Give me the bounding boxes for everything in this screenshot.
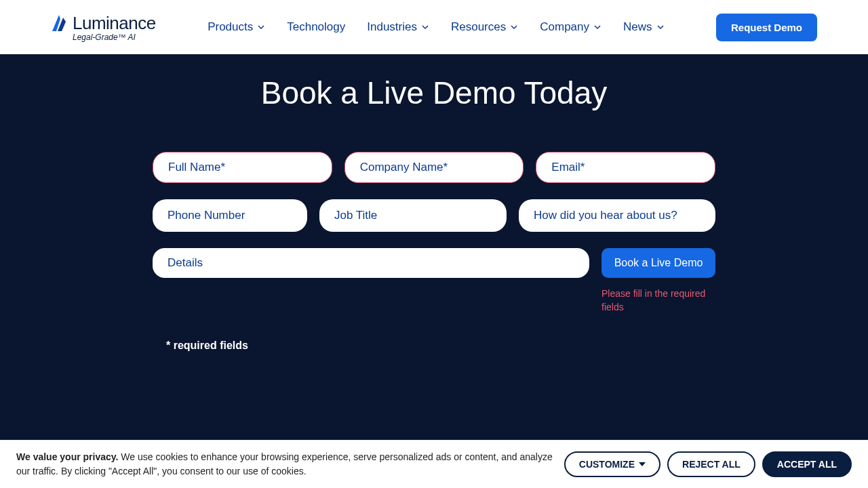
cookie-heading: We value your privacy.	[16, 451, 118, 462]
book-demo-button[interactable]: Book a Live Demo	[601, 248, 715, 278]
brand-tagline: Legal-Grade™ AI	[73, 33, 156, 42]
nav-label: Technology	[287, 20, 345, 34]
logo-icon	[51, 14, 67, 33]
cookie-customize-button[interactable]: CUSTOMIZE	[564, 451, 660, 477]
hear-about-input[interactable]	[519, 199, 715, 232]
nav-label: News	[623, 20, 652, 34]
nav-industries[interactable]: Industries	[367, 20, 429, 34]
triangle-down-icon	[639, 462, 646, 466]
main-section: Book a Live Demo Today Book a Live Demo …	[0, 54, 868, 488]
header: Luminance Legal-Grade™ AI Products Techn…	[0, 0, 868, 54]
cookie-text: We value your privacy. We use cookies to…	[16, 450, 564, 479]
nav-label: Resources	[451, 20, 506, 34]
cookie-accept-button[interactable]: ACCEPT ALL	[762, 451, 852, 477]
cookie-reject-button[interactable]: REJECT ALL	[667, 451, 755, 477]
nav-label: Industries	[367, 20, 417, 34]
company-name-input[interactable]	[344, 152, 524, 183]
nav-technology[interactable]: Technology	[287, 20, 345, 34]
cookie-banner: We value your privacy. We use cookies to…	[0, 440, 868, 488]
nav-label: Company	[540, 20, 589, 34]
brand-name: Luminance	[73, 13, 156, 34]
full-name-input[interactable]	[153, 152, 332, 183]
cookie-customize-label: CUSTOMIZE	[579, 459, 635, 470]
nav-company[interactable]: Company	[540, 20, 601, 34]
chevron-down-icon	[257, 23, 265, 31]
main-nav: Products Technology Industries Resources…	[208, 20, 664, 34]
form-error-message: Please fill in the required fields	[601, 287, 715, 314]
nav-resources[interactable]: Resources	[451, 20, 518, 34]
chevron-down-icon	[510, 23, 518, 31]
demo-form: Book a Live Demo Please fill in the requ…	[153, 152, 715, 352]
request-demo-button[interactable]: Request Demo	[716, 14, 817, 41]
details-input[interactable]	[153, 248, 589, 278]
nav-news[interactable]: News	[623, 20, 665, 34]
chevron-down-icon	[656, 23, 665, 31]
logo[interactable]: Luminance Legal-Grade™ AI	[51, 13, 156, 42]
email-input[interactable]	[536, 152, 715, 183]
nav-products[interactable]: Products	[208, 20, 265, 34]
job-title-input[interactable]	[319, 199, 507, 232]
phone-input[interactable]	[153, 199, 307, 232]
chevron-down-icon	[421, 23, 429, 31]
required-fields-note: * required fields	[166, 340, 715, 352]
nav-label: Products	[208, 20, 253, 34]
chevron-down-icon	[593, 23, 601, 31]
page-title: Book a Live Demo Today	[0, 75, 868, 111]
